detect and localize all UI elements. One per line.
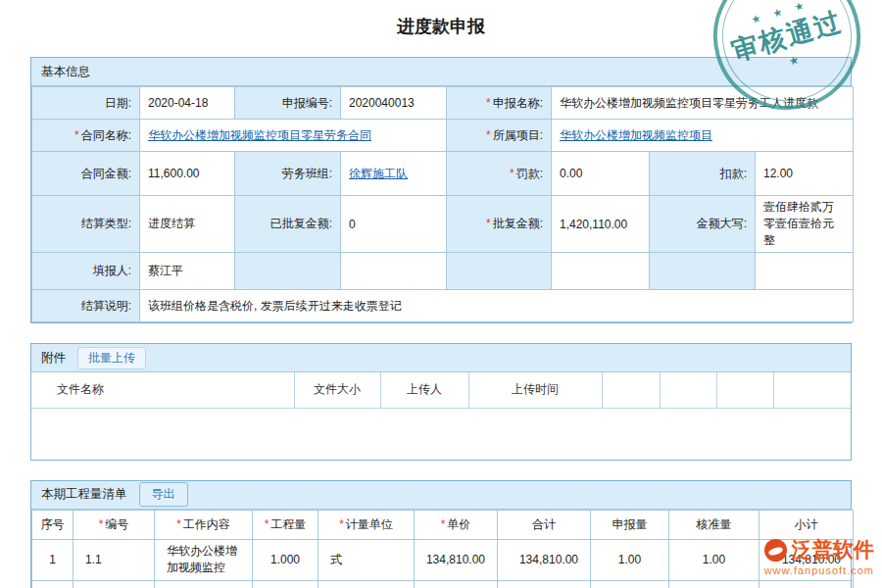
basic-info-title: 基本信息 — [41, 64, 90, 80]
vendor-watermark: 泛普软件 www.fanpusoft.com — [764, 536, 874, 576]
quantity-table: 序号 *编号 *工作内容 *工程量 *计量单位 *单价 合计 申报量 核准量 小… — [31, 510, 854, 588]
seq-cell: 1 — [32, 539, 74, 580]
seq-column: 序号 — [32, 510, 74, 539]
declared-qty-cell: 1.00 — [591, 580, 669, 588]
declaration-name-value: 华软办公楼增加视频监控项目零星劳务工人进度款 — [552, 87, 854, 120]
settlement-type-value: 进度结算 — [140, 196, 235, 253]
deduction-label: 扣款: — [650, 152, 756, 196]
subtotal-cell: 1,283,000.00 — [760, 580, 854, 588]
approved-qty-cell: 1.00 — [669, 539, 760, 580]
label-text: 批复金额: — [493, 217, 543, 230]
label-text: 已批复金额: — [270, 217, 332, 230]
unit-column: *计量单位 — [318, 510, 415, 539]
col-label: 工程量 — [270, 517, 306, 531]
label-text: 罚款: — [516, 167, 543, 180]
label-text: 填报人: — [93, 264, 131, 277]
label-text: 申报编号: — [282, 96, 332, 110]
contract-amount-label: 合同金额: — [32, 152, 140, 196]
table-row: 2 1.2 场地平整 1.000 项 1,283,000.00 1,283,00… — [32, 580, 854, 588]
value-text: 12.00 — [763, 167, 793, 180]
basic-info-header: 基本信息 — [31, 58, 851, 86]
empty-value-cell — [756, 253, 854, 290]
col-label: 序号 — [41, 517, 65, 531]
declared-qty-cell: 1.00 — [591, 539, 669, 580]
label-text: 所属项目: — [493, 128, 543, 142]
value-text: 11,600.00 — [148, 167, 200, 180]
code-cell: 1.2 — [74, 580, 155, 588]
empty-label-cell — [235, 253, 341, 290]
total-cell: 134,810.00 — [498, 539, 591, 580]
date-label: 日期: — [32, 87, 140, 120]
approved-qty-cell: 1.00 — [669, 580, 760, 588]
value-text: 0.00 — [560, 167, 582, 180]
batch-upload-button[interactable]: 批量上传 — [77, 347, 146, 369]
quantity-cell: 1.000 — [253, 539, 318, 580]
value-text: 华软办公楼增加视频监控项目零星劳务工人进度款 — [560, 96, 818, 110]
label-text: 结算类型: — [81, 217, 131, 230]
penalty-label: *罚款: — [447, 152, 552, 196]
empty-value-cell — [552, 253, 650, 290]
value-text: 进度结算 — [148, 217, 195, 230]
required-mark: * — [486, 217, 491, 230]
attachments-table: 文件名称 文件大小 上传人 上传时间 — [31, 372, 851, 409]
settlement-type-label: 结算类型: — [32, 196, 140, 253]
value-text: 2020-04-18 — [148, 96, 208, 110]
unit-cell: 式 — [318, 539, 415, 580]
approved-before-label: 已批复金额: — [235, 196, 341, 253]
empty-column — [602, 372, 660, 408]
col-label: 计量单位 — [346, 517, 393, 531]
seq-cell: 2 — [32, 580, 74, 588]
value-text: 1,420,110.00 — [560, 218, 627, 231]
approved-before-value: 0 — [341, 196, 447, 253]
date-value: 2020-04-18 — [140, 87, 235, 120]
contract-name-link[interactable]: 华软办公楼增加视频监控项目零星劳务合同 — [148, 128, 371, 142]
project-link[interactable]: 华软办公楼增加视频监控项目 — [560, 128, 712, 142]
settlement-note-label: 结算说明: — [32, 290, 140, 322]
col-label: 申报量 — [612, 517, 648, 531]
label-text: 金额大写: — [697, 217, 747, 230]
attachments-section: 附件 批量上传 文件名称 文件大小 上传人 上传时间 — [30, 343, 852, 461]
code-cell: 1.1 — [74, 539, 155, 580]
attachments-empty-area — [31, 409, 851, 460]
total-cell: 1,283,000.00 — [498, 580, 591, 588]
required-mark: * — [265, 517, 270, 531]
contract-amount-value: 11,600.00 — [140, 152, 235, 196]
label-text: 申报名称: — [493, 96, 543, 110]
attachments-header: 附件 批量上传 — [31, 344, 851, 372]
table-row: 合同金额: 11,600.00 劳务班组: 徐辉施工队 *罚款: 0.00 扣款… — [32, 152, 854, 196]
export-button[interactable]: 导出 — [139, 482, 188, 507]
declaration-name-label: *申报名称: — [447, 87, 552, 120]
approved-amount-value: 1,420,110.00 — [552, 196, 650, 253]
value-text: 壹佰肆拾贰万零壹佰壹拾元整 — [763, 200, 834, 247]
page-title: 进度款申报 — [0, 0, 882, 57]
value-text: 蔡江平 — [148, 264, 183, 277]
amount-words-value: 壹佰肆拾贰万零壹佰壹拾元整 — [756, 196, 854, 253]
declared-qty-column: 申报量 — [591, 510, 669, 539]
labor-team-value: 徐辉施工队 — [341, 152, 447, 196]
quantity-column: *工程量 — [253, 510, 318, 539]
col-label: 小计 — [795, 517, 818, 531]
unit-price-cell: 1,283,000.00 — [415, 580, 498, 588]
unit-price-column: *单价 — [415, 510, 498, 539]
work-content-column: *工作内容 — [155, 510, 253, 539]
value-text: 该班组价格是含税价, 发票后续开过来走收票登记 — [148, 299, 402, 313]
attachments-title: 附件 — [41, 350, 66, 367]
unit-price-cell: 134,810.00 — [415, 539, 498, 580]
label-text: 合同金额: — [81, 167, 131, 180]
empty-value-cell — [341, 253, 447, 290]
label-text: 合同名称: — [81, 128, 131, 142]
col-label: 工作内容 — [183, 517, 230, 531]
required-mark: * — [74, 128, 79, 142]
amount-words-label: 金额大写: — [650, 196, 756, 253]
deduction-value: 12.00 — [756, 152, 854, 196]
required-mark: * — [99, 517, 104, 531]
required-mark: * — [486, 96, 491, 110]
penalty-value: 0.00 — [552, 152, 650, 196]
preparer-value: 蔡江平 — [140, 253, 235, 290]
quantity-header-row: 序号 *编号 *工作内容 *工程量 *计量单位 *单价 合计 申报量 核准量 小… — [32, 510, 854, 539]
work-content-cell: 场地平整 — [155, 580, 253, 588]
label-text: 结算说明: — [81, 299, 131, 313]
required-mark: * — [486, 128, 491, 142]
labor-team-link[interactable]: 徐辉施工队 — [349, 167, 408, 180]
empty-column — [660, 372, 716, 408]
